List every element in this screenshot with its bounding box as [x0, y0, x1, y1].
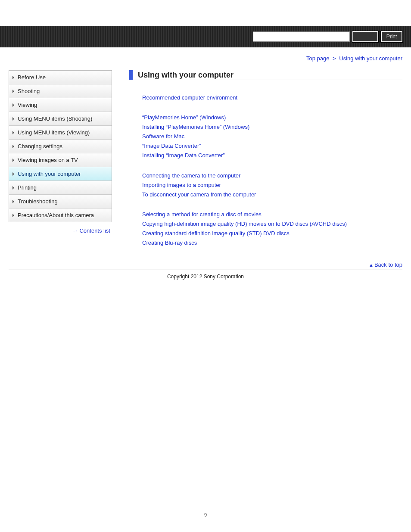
sidebar: Before UseShootingViewingUsing MENU item… [9, 70, 112, 222]
content-link-1-3[interactable]: “Image Data Converter” [142, 141, 402, 151]
arrow-icon: → [72, 227, 78, 234]
sidebar-item-7[interactable]: Using with your computer [9, 167, 112, 181]
content-link-1-1[interactable]: Installing “PlayMemories Home” (Windows) [142, 122, 402, 132]
sidebar-item-label: Viewing images on a TV [18, 157, 78, 163]
breadcrumb: Top page > Using with your computer [0, 47, 411, 66]
title-marker-icon [129, 70, 133, 80]
content-link-3-0[interactable]: Selecting a method for creating a disc o… [142, 210, 402, 219]
sidebar-item-label: Before Use [18, 74, 46, 81]
link-list: Connecting the camera to the computerImp… [142, 171, 402, 199]
breadcrumb-current: Using with your computer [339, 55, 402, 62]
sidebar-item-label: Precautions/About this camera [18, 212, 94, 218]
content-link-2-1[interactable]: Importing images to a computer [142, 180, 402, 190]
caret-right-icon [12, 131, 14, 134]
breadcrumb-top-link[interactable]: Top page [306, 55, 330, 62]
section-0: Recommended computer environment [129, 93, 402, 103]
caret-right-icon [12, 145, 14, 148]
content-link-3-3[interactable]: Creating Blu-ray discs [142, 238, 402, 248]
link-list: Selecting a method for creating a disc o… [142, 210, 402, 248]
content-link-0-0[interactable]: Recommended computer environment [142, 93, 402, 103]
contents-list-link[interactable]: Contents list [79, 227, 110, 234]
content-link-1-4[interactable]: Installing “Image Data Converter” [142, 151, 402, 160]
content-link-2-0[interactable]: Connecting the camera to the computer [142, 171, 402, 180]
sidebar-item-label: Viewing [18, 102, 37, 108]
section-2: Connecting the camera to the computerImp… [129, 171, 402, 199]
content-link-1-0[interactable]: “PlayMemories Home” (Windows) [142, 113, 402, 122]
print-button[interactable]: Print [381, 31, 402, 42]
sidebar-item-4[interactable]: Using MENU items (Viewing) [9, 126, 112, 140]
content-link-2-2[interactable]: To disconnect your camera from the compu… [142, 190, 402, 199]
sidebar-item-10[interactable]: Precautions/About this camera [9, 208, 112, 222]
content-link-1-2[interactable]: Software for Mac [142, 132, 402, 141]
content-link-3-1[interactable]: Copying high-definition image quality (H… [142, 219, 402, 229]
sidebar-item-label: Using with your computer [18, 171, 81, 177]
sidebar-item-6[interactable]: Viewing images on a TV [9, 153, 112, 167]
back-to-top: ▲Back to top [0, 258, 411, 270]
search-button[interactable] [352, 31, 378, 42]
sidebar-item-2[interactable]: Viewing [9, 98, 112, 112]
caret-right-icon [12, 172, 14, 176]
sidebar-item-5[interactable]: Changing settings [9, 140, 112, 153]
sidebar-item-3[interactable]: Using MENU items (Shooting) [9, 112, 112, 126]
page-number: 9 [0, 512, 411, 526]
sidebar-item-label: Using MENU items (Viewing) [18, 129, 90, 136]
caret-right-icon [12, 90, 14, 93]
link-list: “PlayMemories Home” (Windows)Installing … [142, 113, 402, 160]
main-content: Using with your computer Recommended com… [112, 70, 402, 258]
section-1: “PlayMemories Home” (Windows)Installing … [129, 113, 402, 160]
link-list: Recommended computer environment [142, 93, 402, 103]
caret-right-icon [12, 214, 14, 217]
sidebar-item-1[interactable]: Shooting [9, 84, 112, 98]
content-link-3-2[interactable]: Creating standard definition image quali… [142, 229, 402, 238]
sidebar-wrapper: Before UseShootingViewingUsing MENU item… [9, 70, 112, 234]
sidebar-item-0[interactable]: Before Use [9, 71, 112, 84]
section-3: Selecting a method for creating a disc o… [129, 210, 402, 248]
page-title: Using with your computer [133, 70, 402, 80]
caret-right-icon [12, 200, 14, 203]
triangle-up-icon: ▲ [369, 262, 374, 268]
caret-right-icon [12, 117, 14, 121]
back-to-top-link[interactable]: Back to top [374, 261, 402, 268]
contents-list: →Contents list [9, 222, 112, 234]
copyright: Copyright 2012 Sony Corporation [0, 270, 411, 288]
main-container: Before UseShootingViewingUsing MENU item… [0, 66, 411, 258]
sidebar-item-label: Troubleshooting [18, 198, 58, 205]
caret-right-icon [12, 186, 14, 190]
caret-right-icon [12, 103, 14, 107]
breadcrumb-separator: > [333, 55, 336, 62]
sidebar-item-label: Shooting [18, 88, 40, 94]
caret-right-icon [12, 159, 14, 162]
sidebar-item-9[interactable]: Troubleshooting [9, 195, 112, 208]
sidebar-item-8[interactable]: Printing [9, 181, 112, 195]
top-spacer [0, 0, 411, 26]
header-band: Print [0, 26, 411, 47]
caret-right-icon [12, 76, 14, 79]
page-title-bar: Using with your computer [129, 70, 402, 80]
sidebar-item-label: Printing [18, 184, 37, 191]
search-input[interactable] [253, 31, 350, 42]
sidebar-item-label: Using MENU items (Shooting) [18, 115, 92, 122]
sidebar-item-label: Changing settings [18, 143, 62, 149]
